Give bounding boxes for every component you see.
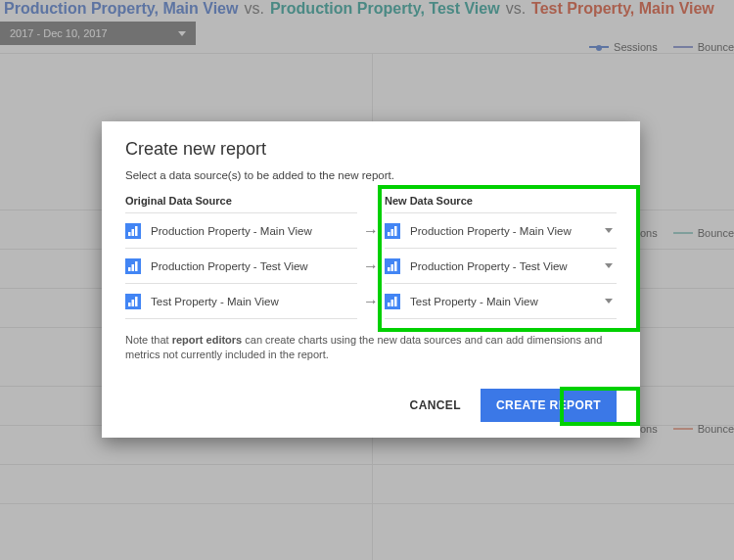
cancel-button[interactable]: CANCEL [400, 389, 471, 422]
svg-rect-5 [135, 261, 138, 271]
svg-rect-3 [128, 267, 131, 271]
datastudio-icon [125, 294, 141, 309]
original-label: Test Property - Main View [151, 296, 357, 307]
datastudio-icon [125, 258, 141, 274]
note-bold: report editors [172, 334, 243, 346]
svg-rect-15 [388, 303, 390, 306]
svg-rect-1 [132, 229, 135, 236]
new-datasource-select[interactable]: Test Property - Main View [385, 284, 617, 319]
selected-label: Production Property - Main View [410, 225, 605, 237]
datastudio-icon [385, 223, 400, 239]
chevron-down-icon [605, 228, 613, 233]
svg-rect-8 [135, 297, 138, 306]
original-label: Production Property - Main View [151, 225, 357, 237]
arrow-right-icon: → [357, 249, 385, 284]
original-row: Production Property - Test View [125, 249, 357, 284]
data-source-columns: Original Data Source Production Property… [125, 195, 617, 319]
svg-rect-7 [132, 300, 135, 306]
svg-rect-4 [132, 264, 135, 271]
svg-rect-10 [391, 229, 394, 236]
arrow-right-icon: → [357, 284, 385, 319]
svg-rect-6 [128, 303, 131, 306]
new-column: New Data Source Production Property - Ma… [385, 195, 617, 319]
original-row: Test Property - Main View [125, 284, 357, 319]
original-column: Original Data Source Production Property… [125, 195, 357, 319]
create-report-dialog: Create new report Select a data source(s… [102, 121, 640, 438]
original-label: Production Property - Test View [151, 260, 357, 272]
report-editors-note: Note that report editors can create char… [125, 333, 617, 363]
datastudio-icon [125, 223, 141, 239]
note-pre: Note that [125, 334, 172, 346]
selected-label: Test Property - Main View [410, 296, 605, 307]
svg-rect-16 [391, 300, 394, 306]
arrow-column: → → → [357, 195, 385, 319]
svg-rect-9 [388, 232, 390, 236]
chevron-down-icon [605, 263, 613, 268]
new-column-header: New Data Source [385, 195, 617, 213]
svg-rect-13 [391, 264, 394, 271]
datastudio-icon [385, 294, 400, 309]
datastudio-icon [385, 258, 400, 274]
arrow-right-icon: → [357, 213, 385, 249]
svg-rect-0 [128, 232, 131, 236]
new-datasource-select[interactable]: Production Property - Test View [385, 249, 617, 284]
svg-rect-11 [394, 226, 397, 236]
selected-label: Production Property - Test View [410, 260, 605, 272]
svg-rect-14 [394, 261, 397, 271]
new-datasource-select[interactable]: Production Property - Main View [385, 213, 617, 249]
svg-rect-12 [388, 267, 390, 271]
original-row: Production Property - Main View [125, 213, 357, 249]
dialog-title: Create new report [125, 139, 617, 160]
dialog-actions: CANCEL CREATE REPORT [125, 389, 617, 422]
svg-rect-17 [394, 297, 397, 306]
chevron-down-icon [605, 299, 613, 303]
create-report-button[interactable]: CREATE REPORT [481, 389, 617, 422]
original-column-header: Original Data Source [125, 195, 357, 213]
dialog-subtitle: Select a data source(s) to be added to t… [125, 169, 617, 181]
svg-rect-2 [135, 226, 138, 236]
